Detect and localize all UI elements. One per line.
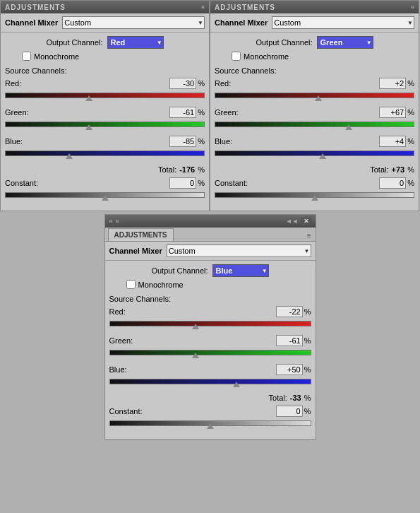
monochrome-checkbox-green[interactable]: [232, 52, 241, 61]
constant-row-red: Constant: %: [1, 176, 209, 211]
collapse-icon-green[interactable]: «: [411, 4, 414, 11]
channel-mixer-row-blue: Channel Mixer Custom ▼: [105, 242, 316, 261]
monochrome-checkbox-blue[interactable]: [126, 280, 136, 289]
adjustments-tab[interactable]: ADJUSTMENTS: [108, 228, 174, 241]
constant-row-blue: Constant: %: [105, 404, 316, 439]
constant-val-pct-green: %: [379, 177, 414, 189]
constant-thumb-green: [311, 195, 318, 202]
constant-thumb-triangle-red: [102, 195, 109, 201]
red-input-g[interactable]: [379, 78, 406, 89]
close-icon[interactable]: ✕: [301, 218, 311, 225]
channel-mixer-select-wrapper-red[interactable]: Custom ▼: [62, 16, 205, 29]
output-channel-label-green: Output Channel:: [256, 38, 312, 47]
channel-mixer-select-red[interactable]: Custom: [62, 16, 205, 29]
blue-channel-label-row: Blue: %: [5, 136, 205, 147]
red-label-row-b: Red: %: [109, 306, 311, 317]
left-arrows-icon[interactable]: «: [109, 218, 113, 225]
total-pct-blue: %: [304, 394, 311, 402]
channel-mixer-row-green: Channel Mixer Custom ▼: [210, 13, 419, 33]
blue-channel-row-g: Blue: %: [210, 134, 419, 160]
red-channel-input[interactable]: [169, 78, 196, 89]
monochrome-label-green: Monochrome: [244, 52, 289, 61]
constant-input-blue[interactable]: [276, 406, 303, 417]
channel-mixer-select-blue[interactable]: Custom: [167, 244, 311, 257]
red-name-g: Red:: [215, 79, 243, 88]
tab-bar-blue: ADJUSTMENTS ≡: [105, 228, 316, 242]
blue-thumb-g: [319, 153, 326, 160]
output-select-blue[interactable]: Red Green Blue: [212, 264, 269, 277]
blue-input-b[interactable]: [276, 364, 303, 375]
output-channel-label-red: Output Channel:: [46, 38, 102, 47]
red-pct-b: %: [304, 307, 311, 316]
menu-icon[interactable]: ≡: [306, 230, 313, 241]
channel-mixer-label-red: Channel Mixer: [5, 18, 58, 27]
output-channel-row-green: Output Channel: Red Green Blue ▼: [210, 33, 419, 50]
constant-input-green[interactable]: [379, 177, 406, 189]
blue-channel-input[interactable]: [169, 136, 196, 147]
blue-slider-g: [215, 148, 414, 160]
output-channel-label-blue: Output Channel:: [151, 266, 208, 275]
blue-name-g: Blue:: [215, 137, 243, 146]
total-label-blue: Total:: [269, 394, 287, 402]
green-slider-g: [215, 119, 414, 131]
red-thumb-tri-g: [315, 95, 322, 101]
red-channel-row-g: Red: %: [210, 76, 419, 102]
channel-mixer-select-green[interactable]: Custom: [272, 16, 414, 29]
blue-thumb-b: [233, 382, 240, 389]
red-thumb: [85, 95, 92, 102]
blue-bg-b: [109, 379, 311, 384]
red-name-b: Red:: [109, 307, 138, 316]
output-select-red[interactable]: Red Green Blue: [107, 36, 164, 49]
total-label-red: Total:: [158, 165, 176, 174]
constant-slider-container-red: [5, 189, 205, 202]
channel-mixer-select-wrapper-blue[interactable]: Custom ▼: [167, 244, 311, 257]
chevron-left-icon[interactable]: ◄◄: [286, 218, 299, 225]
green-input-g[interactable]: [379, 107, 406, 118]
green-name-b: Green:: [109, 336, 138, 345]
green-thumb-tri-b: [192, 353, 199, 358]
third-panel-wrapper: « » ◄◄ ✕ ADJUSTMENTS ≡ Channel Mixer Cus…: [0, 211, 420, 440]
constant-value-pct-red: %: [169, 177, 205, 189]
constant-slider-green: [215, 189, 414, 202]
constant-thumb-red: [102, 195, 109, 202]
green-channel-input[interactable]: [169, 107, 196, 118]
blue-thumb-tri-g: [319, 153, 326, 159]
total-label-green: Total:: [370, 165, 388, 174]
total-pct-green: %: [407, 165, 414, 174]
constant-name-blue: Constant:: [109, 407, 143, 415]
green-pct: %: [198, 108, 205, 117]
output-select-wrapper-green[interactable]: Red Green Blue ▼: [317, 36, 373, 49]
output-select-wrapper-red[interactable]: Red Green Blue ▼: [107, 36, 164, 49]
blue-name-b: Blue:: [109, 365, 138, 374]
blue-input-g[interactable]: [379, 136, 406, 147]
green-channel-row-b: Green: %: [105, 334, 316, 360]
green-thumb-tri-g: [345, 124, 352, 130]
green-channel-value-pct: %: [169, 107, 205, 118]
green-thumb-b: [192, 353, 199, 360]
collapse-icon[interactable]: «: [201, 4, 205, 11]
output-select-wrapper-blue[interactable]: Red Green Blue ▼: [212, 264, 269, 277]
right-arrows-icon[interactable]: »: [116, 218, 119, 225]
monochrome-checkbox-red[interactable]: [22, 52, 31, 61]
channel-mixer-select-wrapper-green[interactable]: Custom ▼: [272, 16, 414, 29]
constant-thumb-tri-blue: [207, 423, 214, 429]
green-input-b[interactable]: [276, 335, 303, 346]
red-input-b[interactable]: [276, 306, 303, 317]
panel-red-header: ADJUSTMENTS «: [1, 1, 209, 13]
output-channel-row-red: Output Channel: Red Green Blue ▼: [1, 33, 209, 50]
total-row-blue: Total: -33 %: [105, 391, 316, 404]
green-val-pct-g: %: [379, 107, 414, 118]
blue-slider-container: [5, 148, 205, 160]
panel-green: ADJUSTMENTS « Channel Mixer Custom ▼ Out…: [210, 0, 419, 211]
output-select-green[interactable]: Red Green Blue: [317, 36, 373, 49]
green-slider-b: [109, 347, 311, 360]
blue-val-pct-g: %: [379, 136, 414, 147]
blue-channel-value-pct: %: [169, 136, 205, 147]
red-thumb-triangle: [85, 95, 92, 101]
red-slider-container: [5, 90, 205, 102]
green-slider-bg: [5, 122, 205, 127]
red-thumb-tri-b: [192, 324, 199, 329]
red-pct: %: [198, 79, 205, 88]
constant-input-red[interactable]: [169, 177, 196, 189]
green-label-row-b: Green: %: [109, 335, 311, 346]
